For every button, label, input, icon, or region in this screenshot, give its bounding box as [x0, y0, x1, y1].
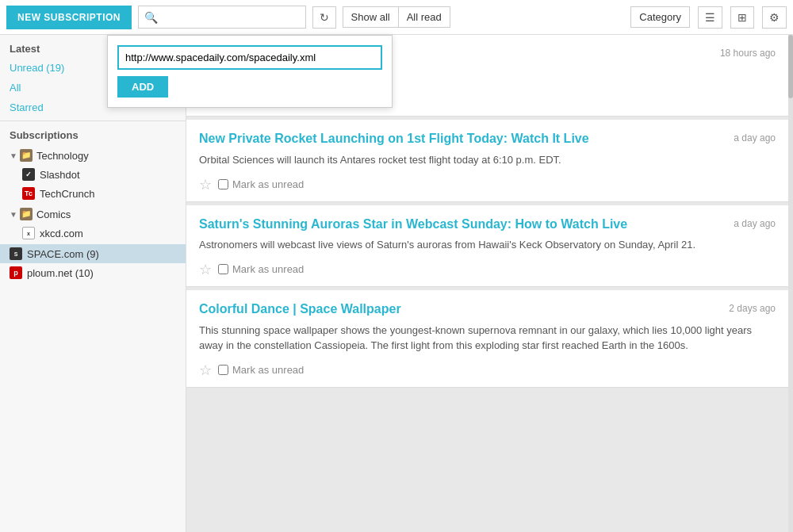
mark-unread-wrapper: Mark as unread: [218, 364, 304, 376]
star-button[interactable]: ☆: [199, 261, 212, 278]
scrollbar[interactable]: [788, 35, 793, 532]
group-comics: ▼ 📁 Comics x xkcd.com: [0, 205, 186, 243]
search-input[interactable]: [138, 6, 306, 29]
search-wrapper: 🔍: [138, 6, 306, 29]
article-time: a day ago: [734, 132, 776, 144]
sub-name: xkcd.com: [40, 228, 176, 239]
main-area: Latest Unread (19) All Starred Subscript…: [0, 35, 793, 532]
sub-item-techcrunch[interactable]: Tc TechCrunch: [0, 184, 186, 203]
article-title[interactable]: New Private Rocket Launching on 1st Flig…: [199, 131, 724, 147]
article-header: Colorful Dance | Space Wallpaper 2 days …: [199, 301, 776, 318]
article-header: New Private Rocket Launching on 1st Flig…: [199, 131, 776, 147]
category-button[interactable]: Category: [630, 6, 690, 28]
sub-item-slashdot[interactable]: ✓ Slashdot: [0, 165, 186, 184]
article-time: a day ago: [734, 218, 776, 229]
favicon-xkcd: x: [22, 227, 35, 239]
article-title[interactable]: Colorful Dance | Space Wallpaper: [199, 301, 719, 318]
group-technology-header[interactable]: ▼ 📁 Technology: [0, 146, 186, 165]
article-actions: ☆ Mark as unread: [199, 261, 776, 278]
scrollbar-thumb[interactable]: [788, 35, 793, 98]
subscriptions-label: Subscriptions: [0, 121, 186, 146]
favicon-slashdot: ✓: [22, 168, 35, 181]
mark-unread-checkbox[interactable]: [218, 264, 228, 274]
favicon-techcrunch: Tc: [22, 187, 35, 200]
article-time: 18 hours ago: [720, 48, 776, 59]
article-body: This stunning space wallpaper shows the …: [199, 323, 776, 354]
mark-unread-label: Mark as unread: [232, 263, 304, 275]
sub-name: TechCrunch: [40, 188, 176, 200]
sub-item-ploum[interactable]: p ploum.net (10): [0, 263, 186, 282]
mark-unread-wrapper: Mark as unread: [218, 178, 304, 190]
group-technology: ▼ 📁 Technology ✓ Slashdot Tc TechCrunch: [0, 146, 186, 203]
article-card: Saturn's Stunning Auroras Star in Webcas…: [186, 205, 788, 287]
content-area: v US Rocket's Launch Debut 18 hours ago …: [186, 35, 788, 532]
article-card: New Private Rocket Launching on 1st Flig…: [186, 120, 788, 201]
all-read-button[interactable]: All read: [398, 6, 450, 28]
mark-unread-checkbox[interactable]: [218, 179, 228, 189]
new-subscription-button[interactable]: NEW SUBSCRIPTION: [6, 6, 132, 29]
sub-name: Slashdot: [40, 169, 176, 181]
search-icon: 🔍: [144, 11, 158, 24]
mark-unread-wrapper: Mark as unread: [218, 263, 304, 275]
top-bar: NEW SUBSCRIPTION 🔍 ↻ Show all All read C…: [0, 0, 793, 35]
star-button[interactable]: ☆: [199, 176, 212, 193]
sub-name: ploum.net (10): [27, 267, 176, 279]
sidebar: Latest Unread (19) All Starred Subscript…: [0, 35, 186, 532]
expand-icon: ▼: [10, 210, 17, 219]
article-actions: ☆ Mark as unread: [199, 362, 776, 379]
folder-icon: 📁: [20, 208, 33, 220]
show-all-button[interactable]: Show all: [343, 6, 398, 28]
folder-icon: 📁: [20, 149, 33, 162]
article-time: 2 days ago: [729, 303, 776, 314]
view-grid-button[interactable]: ⊞: [730, 6, 754, 29]
sub-item-space[interactable]: S SPACE.com (9): [0, 244, 186, 263]
add-url-input[interactable]: http://www.spacedaily.com/spacedaily.xml: [117, 45, 382, 70]
refresh-button[interactable]: ↻: [312, 6, 336, 29]
settings-button[interactable]: ⚙: [762, 6, 787, 29]
article-actions: ☆ Mark as unread: [199, 176, 776, 193]
group-name: Technology: [36, 150, 89, 162]
article-body: Astronomers will webcast live views of S…: [199, 237, 776, 253]
view-list-button[interactable]: ☰: [698, 6, 722, 29]
article-title[interactable]: Saturn's Stunning Auroras Star in Webcas…: [199, 216, 724, 233]
article-header: Saturn's Stunning Auroras Star in Webcas…: [199, 216, 776, 233]
favicon-space: S: [10, 247, 22, 260]
view-toggle-group: Show all All read: [343, 6, 450, 28]
article-body: Orbital Sciences will launch its Antares…: [199, 152, 776, 168]
sub-name: SPACE.com (9): [27, 248, 176, 260]
add-button[interactable]: ADD: [117, 76, 168, 98]
favicon-ploum: p: [10, 266, 22, 279]
group-name: Comics: [36, 209, 71, 220]
mark-unread-label: Mark as unread: [232, 364, 304, 376]
star-button[interactable]: ☆: [199, 362, 212, 379]
group-comics-header[interactable]: ▼ 📁 Comics: [0, 205, 186, 224]
mark-unread-label: Mark as unread: [232, 178, 304, 190]
article-card: Colorful Dance | Space Wallpaper 2 days …: [186, 290, 788, 388]
add-subscription-dropdown: http://www.spacedaily.com/spacedaily.xml…: [107, 35, 393, 108]
expand-icon: ▼: [10, 151, 17, 160]
sub-item-xkcd[interactable]: x xkcd.com: [0, 224, 186, 243]
mark-unread-checkbox[interactable]: [218, 365, 228, 375]
